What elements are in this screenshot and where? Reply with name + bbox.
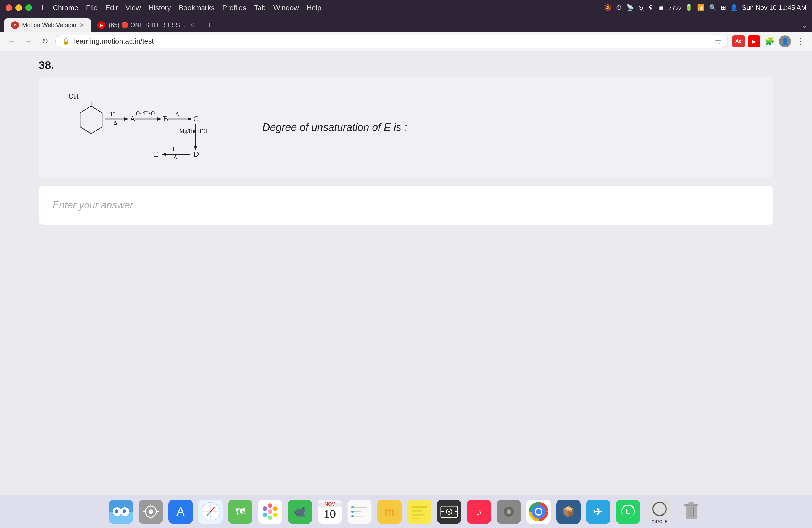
- dock-systemprefs[interactable]: [497, 500, 521, 524]
- dock-calendar[interactable]: NOV10: [318, 500, 342, 524]
- titlebar:  Chrome File Edit View History Bookmark…: [0, 0, 812, 15]
- menu-edit[interactable]: Edit: [105, 4, 118, 12]
- svg-text:2: 2: [201, 128, 203, 132]
- svg-point-80: [351, 511, 353, 513]
- lock-icon: 🔒: [62, 38, 70, 45]
- menu-history[interactable]: History: [149, 4, 171, 12]
- tab-youtube-icon: ▶: [98, 21, 105, 29]
- reload-button[interactable]: ↻: [39, 35, 51, 47]
- svg-point-81: [351, 515, 353, 517]
- svg-point-106: [536, 509, 541, 514]
- airdrop-icon: 📡: [626, 4, 634, 11]
- tab-youtube-close[interactable]: ✕: [190, 22, 195, 28]
- exticon-adobe[interactable]: Ac: [733, 35, 744, 47]
- svg-point-79: [351, 506, 353, 509]
- dock-chrome[interactable]: [526, 500, 551, 524]
- menu-chrome[interactable]: Chrome: [53, 4, 78, 12]
- back-button[interactable]: ←: [5, 35, 18, 47]
- dock-photos[interactable]: [258, 500, 282, 524]
- mute-icon: 🔕: [604, 4, 611, 11]
- display-icon: ▦: [658, 4, 664, 11]
- more-menu-button[interactable]: ⋮: [794, 35, 807, 47]
- tab-youtube[interactable]: ▶ (65) 🔴 ONE SHOT SESSION ✕: [91, 18, 201, 32]
- dock-circle[interactable]: CIRCLE: [646, 498, 673, 526]
- question-box: OH H + Δ A: [39, 77, 773, 178]
- svg-point-92: [448, 511, 450, 513]
- svg-text:2: 2: [149, 111, 150, 115]
- exticon-youtube[interactable]: ▶: [748, 35, 760, 47]
- dock-facetime[interactable]: 📹: [288, 500, 312, 524]
- forward-button[interactable]: →: [22, 35, 34, 47]
- chemistry-diagram: OH H + Δ A: [53, 88, 246, 166]
- traffic-light-close[interactable]: [5, 4, 12, 11]
- svg-point-65: [263, 507, 267, 511]
- tab-motion-icon: M: [11, 21, 19, 29]
- address-field[interactable]: 🔒 learning.motion.ac.in/test ☆: [55, 35, 728, 48]
- menu-view[interactable]: View: [126, 4, 141, 12]
- dock-archiver[interactable]: 📦: [556, 500, 581, 524]
- dock-notes[interactable]: [407, 500, 431, 524]
- dock-reminders[interactable]: [347, 500, 372, 524]
- bookmark-star-icon[interactable]: ☆: [715, 37, 721, 46]
- main-content: 38. OH H + Δ: [0, 51, 812, 495]
- svg-text:3: 3: [140, 111, 142, 115]
- dock-maps[interactable]: 🗺: [228, 500, 252, 524]
- svg-text:A: A: [176, 504, 185, 518]
- tab-new-button[interactable]: ＋: [204, 19, 216, 31]
- svg-text:♪: ♪: [476, 505, 482, 518]
- svg-point-63: [268, 516, 272, 520]
- dock-appstore[interactable]: A: [169, 500, 193, 524]
- dock-trash[interactable]: [679, 500, 703, 524]
- svg-text:A: A: [130, 114, 135, 123]
- svg-text:Δ: Δ: [113, 119, 117, 126]
- svg-text:📹: 📹: [294, 505, 306, 517]
- menu-profiles[interactable]: Profiles: [222, 4, 246, 12]
- wifi-icon: 📶: [697, 4, 705, 11]
- exticon-user[interactable]: 👤: [779, 35, 791, 47]
- tab-motion[interactable]: M Motion Web Version ✕: [4, 18, 91, 32]
- svg-marker-29: [162, 153, 166, 156]
- dock-music[interactable]: ♪: [467, 500, 491, 524]
- menu-bookmarks[interactable]: Bookmarks: [179, 4, 215, 12]
- svg-point-40: [122, 510, 126, 513]
- dock-screenshot[interactable]: [437, 500, 461, 524]
- svg-marker-1: [80, 106, 102, 134]
- svg-point-39: [115, 510, 118, 513]
- svg-text:H: H: [173, 146, 177, 152]
- exticon-puzzle[interactable]: 🧩: [764, 35, 775, 47]
- search-icon[interactable]: 🔍: [709, 4, 716, 11]
- svg-marker-4: [124, 117, 128, 121]
- toolbar-icons: Ac ▶ 🧩 👤 ⋮: [733, 35, 807, 47]
- svg-rect-86: [411, 510, 423, 512]
- svg-text:Mg/Hg: Mg/Hg: [179, 128, 195, 134]
- dock-telegram[interactable]: ✈: [586, 500, 610, 524]
- dock-miro[interactable]: m: [377, 500, 402, 524]
- dock-finder[interactable]: [109, 500, 133, 524]
- controlcenter-icon[interactable]: ⊞: [721, 4, 726, 11]
- titlebar-left:  Chrome File Edit View History Bookmark…: [5, 3, 321, 12]
- dock-launchpad[interactable]: [139, 500, 163, 524]
- svg-text:10: 10: [324, 508, 336, 520]
- tab-motion-close[interactable]: ✕: [79, 22, 84, 28]
- dock-whatsapp[interactable]: [616, 500, 640, 524]
- traffic-light-fullscreen[interactable]: [25, 4, 32, 11]
- menu-apple[interactable]: : [42, 3, 45, 12]
- svg-text:✈: ✈: [594, 505, 603, 518]
- podcast-icon: 🎙: [648, 4, 654, 11]
- menu-file[interactable]: File: [86, 4, 98, 12]
- svg-text:Δ: Δ: [173, 154, 177, 161]
- tab-motion-title: Motion Web Version: [22, 21, 76, 29]
- svg-text:OH: OH: [69, 92, 79, 100]
- dock-safari[interactable]: [198, 500, 222, 524]
- answer-box[interactable]: Enter your answer: [39, 186, 773, 224]
- menu-tab[interactable]: Tab: [254, 4, 266, 12]
- menu-window[interactable]: Window: [273, 4, 299, 12]
- tab-expand-button[interactable]: ⌄: [801, 21, 808, 30]
- system-time: Sun Nov 10 11:45 AM: [742, 4, 807, 12]
- traffic-light-minimize[interactable]: [15, 4, 22, 11]
- dock: A 🗺 📹 NOV10 m ♪ 📦: [0, 495, 812, 528]
- chemistry-svg: OH H + Δ A: [53, 88, 246, 165]
- svg-rect-85: [411, 505, 427, 508]
- menu-help[interactable]: Help: [307, 4, 321, 12]
- address-url-text: learning.motion.ac.in/test: [74, 37, 710, 46]
